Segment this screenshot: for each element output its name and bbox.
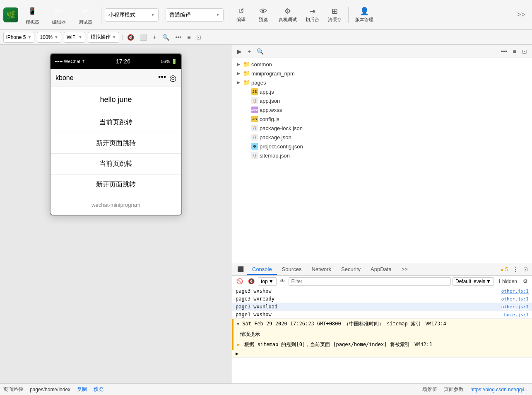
tree-layout-icon[interactable]: ⊡ [520,47,529,56]
version-manage-action[interactable]: 👤 版本管理 [352,5,377,24]
page-path-label: 页面路径 [3,386,23,393]
console-line-source-1[interactable]: other.js:1 [501,296,529,302]
tree-list-icon[interactable]: ≡ [511,47,518,56]
cut-backend-action[interactable]: ⇥ 切后台 [302,5,323,24]
console-line-text-1: page3 wxready [236,296,274,302]
tree-item[interactable]: {}package-lock.json [232,124,532,133]
tab-security[interactable]: Security [336,264,366,275]
file-icon: {} [251,97,258,104]
mode-dropdown[interactable]: 小程序模式 ▼ [105,8,159,22]
simulator-button[interactable]: 📱 模拟器 [20,2,45,28]
tree-more-icon[interactable]: ••• [499,47,509,56]
device-bar: iPhone 5 ▼ 100% ▼ WiFi ▼ 模拟操作 ▼ | 🔇 ⬜ + … [0,30,532,45]
compile-chevron-icon: ▼ [216,12,220,17]
app-logo: 🌿 [3,7,18,22]
tree-item[interactable]: JSapp.js [232,87,532,96]
phone-row-3[interactable]: 新开页面跳转 [51,174,181,195]
ellipsis-icon[interactable]: ••• [173,33,183,41]
devtools-menu-icon[interactable]: ⋮ [510,264,521,274]
tree-item[interactable]: ▶📁pages [232,78,532,87]
tab-appdata[interactable]: AppData [366,264,397,275]
tree-add-icon[interactable]: + [246,47,253,56]
screen-icon[interactable]: ⬜ [138,33,149,41]
network-selector[interactable]: WiFi ▼ [64,32,85,43]
tab-more[interactable]: >> [397,264,413,275]
csdn-url[interactable]: https://blog.csdn.net/qq4... [470,387,529,393]
page-params-label[interactable]: 页面参数 [444,386,464,393]
tab-console[interactable]: Console [247,264,277,275]
page-path-value: pages/home/index [30,387,70,393]
devtools-popout-icon[interactable]: ⊡ [521,264,530,274]
phone-status-left: ••••• WeChat ⇡ [55,59,85,64]
phone-dots-icon[interactable]: ••• [158,73,166,83]
tree-item[interactable]: ▶📁common [232,60,532,69]
console-warning-row: ▼ Sat Feb 29 2020 17:26:23 GMT+0800 （中国标… [232,319,532,329]
tab-network[interactable]: Network [306,264,336,275]
tree-item[interactable]: ▶📁miniprogram_npm [232,69,532,78]
debugger-label: 调试器 [79,19,92,25]
file-name: config.js [260,116,279,122]
zoom-selector[interactable]: 100% ▼ [37,32,61,43]
console-output: page3 wxshow other.js:1 page3 wxready ot… [232,287,532,383]
warning-body-source[interactable]: VM42:1 [414,342,432,347]
clear-cache-action[interactable]: ⊞ 清缓存 [324,5,345,24]
warning-header-source[interactable]: VM173:4 [425,321,446,327]
clear-cache-icon: ⊞ [332,7,338,16]
layout-icon[interactable]: ⊡ [195,33,203,41]
add-icon[interactable]: + [151,33,158,42]
list-icon[interactable]: ≡ [185,33,192,41]
tree-item[interactable]: {}package.json [232,133,532,142]
phone-row-0[interactable]: 当前页跳转 [51,112,181,133]
copy-link[interactable]: 复制 [77,386,87,393]
compile-dropdown[interactable]: 普通编译 ▼ [166,8,224,22]
file-name: app.js [260,89,274,95]
network-value: WiFi [67,34,77,40]
simulate-ops-selector[interactable]: 模拟操作 ▼ [88,32,119,43]
console-line-2: page3 wxunload other.js:1 [232,303,532,311]
compile-action[interactable]: ↺ 编译 [231,5,251,24]
console-line-source-0[interactable]: other.js:1 [501,288,529,294]
tree-item[interactable]: ⊕project.config.json [232,142,532,151]
phone-row-2[interactable]: 当前页跳转 [51,154,181,174]
cut-backend-label: 切后台 [306,17,319,23]
console-line-source-3[interactable]: home.js:1 [504,312,529,317]
console-line-text-0: page3 wxshow [236,288,272,294]
search-icon[interactable]: 🔍 [161,33,171,41]
tree-item[interactable]: JSconfig.js [232,114,532,124]
phone-row-1[interactable]: 新开页面跳转 [51,133,181,154]
warning-detail-text: 情况提示 [240,331,260,337]
console-context-selector[interactable]: top ▼ [258,277,277,286]
preview-link[interactable]: 预览 [94,386,104,393]
console-settings-icon[interactable]: ⚙ [521,277,530,285]
debugger-button[interactable]: ⇄ 调试器 [73,2,98,28]
tree-item[interactable]: {}sitemap.json [232,151,532,160]
console-arrow-row: ▶ [232,350,532,358]
phone-circle-icon[interactable]: ◎ [169,73,176,83]
tree-item[interactable]: wxssapp.wxss [232,105,532,114]
zoom-chevron-icon: ▼ [54,35,58,39]
separator-2 [162,7,162,23]
scene-value-label[interactable]: 场景值 [422,386,437,393]
warning-expand-icon[interactable]: ▼ [237,322,239,326]
device-selector[interactable]: iPhone 5 ▼ [3,32,34,43]
console-eye-btn[interactable]: 👁 [278,277,287,285]
compile-icon: ↺ [238,7,244,16]
devtools-tabs: ⬛ Console Sources Network Security AppDa… [232,263,532,276]
console-block-btn[interactable]: 🔇 [246,277,256,285]
console-filter-input[interactable] [289,277,451,286]
editor-button[interactable]: </> 编辑器 [46,2,71,28]
devtools-tab-inspect[interactable]: ⬛ [234,264,247,274]
tree-item[interactable]: {}app.json [232,96,532,105]
device-value: iPhone 5 [6,34,26,40]
file-icon: {} [251,152,258,159]
tab-sources[interactable]: Sources [277,264,307,275]
tree-toolbar-btn-1[interactable]: ▶ [236,47,243,56]
console-clear-btn[interactable]: 🚫 [235,277,245,285]
console-level-selector[interactable]: Default levels ▼ [453,277,494,286]
toolbar-more-button[interactable]: >> [513,9,529,21]
tree-search-icon[interactable]: 🔍 [255,47,265,56]
real-device-action[interactable]: ⚙ 真机调试 [275,5,300,24]
console-line-source-2[interactable]: other.js:1 [501,304,529,310]
volume-icon[interactable]: 🔇 [125,33,136,41]
preview-action[interactable]: 👁 预览 [253,5,274,24]
